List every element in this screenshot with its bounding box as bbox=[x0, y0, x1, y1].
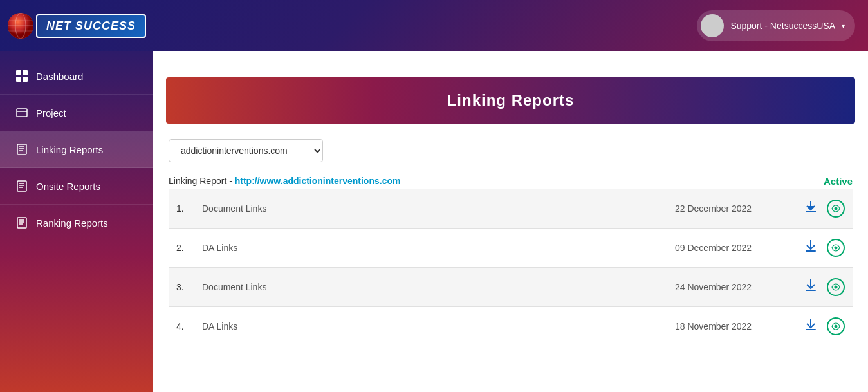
sidebar-item-ranking-reports-label: Ranking Reports bbox=[36, 218, 108, 229]
row-name: DA Links bbox=[202, 321, 675, 331]
view-icon[interactable] bbox=[827, 317, 845, 335]
table-row: 1. Document Links 22 December 2022 bbox=[169, 189, 853, 229]
svg-rect-8 bbox=[23, 77, 28, 82]
svg-rect-11 bbox=[17, 144, 26, 154]
logo-text: NET SUCCESS bbox=[46, 19, 136, 32]
row-date: 09 December 2022 bbox=[675, 243, 804, 253]
row-num: 4. bbox=[176, 321, 202, 331]
header: NET SUCCESS Support - NetsuccessUSA ▾ bbox=[0, 0, 868, 51]
report-prefix: Linking Report - bbox=[169, 176, 235, 186]
svg-rect-30 bbox=[806, 290, 816, 291]
row-actions bbox=[804, 239, 845, 257]
table-row: 3. Document Links 24 November 2022 bbox=[169, 268, 853, 307]
svg-rect-9 bbox=[17, 109, 27, 117]
svg-rect-23 bbox=[806, 211, 816, 212]
sidebar-item-ranking-reports[interactable]: Ranking Reports bbox=[0, 205, 153, 241]
main-content: Linking Reports addictioninterventions.c… bbox=[153, 51, 868, 392]
download-icon[interactable] bbox=[804, 278, 818, 296]
svg-point-25 bbox=[835, 207, 838, 210]
svg-rect-29 bbox=[810, 279, 811, 287]
sidebar-item-dashboard-label: Dashboard bbox=[36, 71, 83, 82]
view-icon[interactable] bbox=[827, 278, 845, 296]
download-icon[interactable] bbox=[804, 317, 818, 335]
row-num: 2. bbox=[176, 243, 202, 253]
row-num: 3. bbox=[176, 282, 202, 292]
svg-rect-27 bbox=[806, 250, 816, 252]
user-menu[interactable]: Support - NetsuccessUSA ▾ bbox=[697, 10, 855, 41]
logo-globe bbox=[8, 13, 33, 39]
download-icon[interactable] bbox=[804, 200, 818, 218]
svg-point-28 bbox=[835, 247, 838, 250]
row-date: 24 November 2022 bbox=[675, 282, 804, 292]
view-icon[interactable] bbox=[827, 200, 845, 218]
onsite-reports-icon bbox=[15, 180, 28, 192]
sidebar-item-project-label: Project bbox=[36, 107, 66, 118]
domain-select[interactable]: addictioninterventions.com bbox=[169, 139, 323, 162]
svg-rect-6 bbox=[23, 70, 28, 75]
content-area: addictioninterventions.com Linking Repor… bbox=[153, 124, 868, 362]
download-icon[interactable] bbox=[804, 239, 818, 257]
row-date: 18 November 2022 bbox=[675, 321, 804, 331]
row-actions bbox=[804, 278, 845, 296]
ranking-reports-icon bbox=[15, 216, 28, 229]
active-badge: Active bbox=[824, 176, 853, 187]
svg-rect-5 bbox=[16, 70, 21, 75]
sidebar: Dashboard Project Linking Reports Onsite… bbox=[0, 51, 153, 392]
report-link-label: Linking Report - http://www.addictionint… bbox=[169, 175, 400, 187]
logo-box: NET SUCCESS bbox=[36, 14, 146, 38]
svg-rect-15 bbox=[17, 181, 26, 191]
row-actions bbox=[804, 317, 845, 335]
report-url[interactable]: http://www.addictioninterventions.com bbox=[235, 176, 401, 186]
svg-rect-24 bbox=[810, 201, 811, 209]
row-num: 1. bbox=[176, 203, 202, 214]
linking-reports-icon bbox=[15, 143, 28, 156]
svg-rect-32 bbox=[810, 319, 811, 326]
layout: Dashboard Project Linking Reports Onsite… bbox=[0, 51, 868, 392]
svg-point-31 bbox=[835, 286, 838, 289]
user-label: Support - NetsuccessUSA bbox=[730, 21, 835, 31]
chevron-down-icon: ▾ bbox=[842, 23, 845, 30]
row-name: DA Links bbox=[202, 243, 675, 253]
page-title: Linking Reports bbox=[180, 91, 841, 109]
svg-rect-19 bbox=[17, 218, 26, 228]
view-icon[interactable] bbox=[827, 239, 845, 257]
report-list: 1. Document Links 22 December 2022 2. bbox=[169, 189, 853, 346]
logo-area: NET SUCCESS bbox=[13, 13, 146, 39]
row-name: Document Links bbox=[202, 203, 675, 214]
svg-rect-33 bbox=[806, 329, 816, 330]
table-row: 2. DA Links 09 December 2022 bbox=[169, 229, 853, 268]
row-name: Document Links bbox=[202, 282, 675, 292]
sidebar-item-dashboard[interactable]: Dashboard bbox=[0, 58, 153, 95]
table-row: 4. DA Links 18 November 2022 bbox=[169, 307, 853, 346]
sidebar-item-project[interactable]: Project bbox=[0, 95, 153, 131]
report-link-row: Linking Report - http://www.addictionint… bbox=[169, 175, 853, 189]
svg-rect-26 bbox=[810, 240, 811, 248]
sidebar-item-linking-reports[interactable]: Linking Reports bbox=[0, 131, 153, 168]
page-header: Linking Reports bbox=[166, 77, 855, 124]
dashboard-icon bbox=[15, 70, 28, 82]
project-icon bbox=[15, 106, 28, 119]
svg-rect-7 bbox=[16, 77, 21, 82]
sidebar-item-onsite-reports[interactable]: Onsite Reports bbox=[0, 168, 153, 205]
row-actions bbox=[804, 200, 845, 218]
svg-point-34 bbox=[835, 325, 838, 328]
avatar bbox=[701, 14, 724, 37]
row-date: 22 December 2022 bbox=[675, 203, 804, 214]
sidebar-item-linking-reports-label: Linking Reports bbox=[36, 144, 103, 155]
sidebar-item-onsite-reports-label: Onsite Reports bbox=[36, 181, 100, 192]
